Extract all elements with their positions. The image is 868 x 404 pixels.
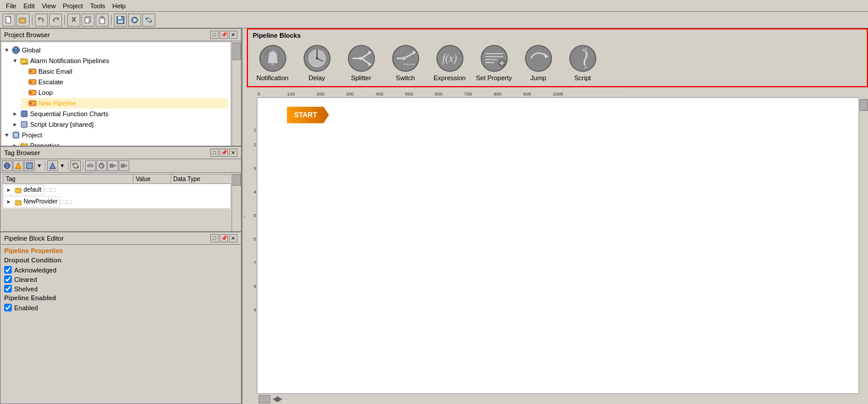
menu-view[interactable]: View — [38, 1, 60, 11]
shelved-label: Shelved — [14, 285, 38, 293]
tree-item-global[interactable]: ▼ Global — [4, 45, 228, 55]
pipeline-blocks-title: Pipeline Blocks — [248, 29, 867, 39]
tag-browser-restore[interactable]: □ — [210, 149, 218, 157]
project-browser-title: Project Browser — [4, 31, 50, 38]
tree-item-script-library[interactable]: ► Script Library [shared] — [12, 119, 228, 130]
script-block[interactable]: Script — [560, 41, 605, 84]
svg-marker-40 — [15, 163, 21, 169]
project-browser-close[interactable]: ✕ — [229, 31, 237, 39]
notification-block[interactable]: Notification — [250, 41, 295, 84]
tree-item-basic-email[interactable]: Basic Email — [21, 66, 228, 77]
svg-rect-7 — [85, 18, 89, 23]
menu-help[interactable]: Help — [109, 1, 129, 11]
svg-point-85 — [570, 45, 596, 71]
pipeline-canvas[interactable]: START — [257, 98, 859, 393]
tag-browser-close[interactable]: ✕ — [229, 149, 237, 157]
canvas-scrollbar-v[interactable] — [859, 98, 868, 393]
left-panel: Project Browser □ 📌 ✕ ▼ Global — [0, 28, 242, 404]
block-editor-restore[interactable]: □ — [210, 234, 218, 242]
script-library-icon — [19, 120, 29, 129]
canvas-scrollbar-h[interactable] — [257, 393, 859, 404]
tree-item-properties[interactable]: ► Properties — [12, 140, 228, 146]
tree-item-loop[interactable]: Loop — [21, 87, 228, 98]
tree-item-alarm-pipelines[interactable]: ▼ 🔔 Alarm Notification Pipelines — [12, 55, 228, 66]
switch-block[interactable]: Switch — [383, 41, 428, 84]
delay-block[interactable]: Delay — [295, 41, 339, 84]
script-label: Script — [574, 74, 590, 81]
svg-marker-88 — [273, 396, 278, 402]
menu-project[interactable]: Project — [59, 1, 86, 11]
save-button[interactable] — [114, 14, 127, 27]
tag-btn-3[interactable] — [24, 160, 35, 171]
tag-btn-tools3[interactable] — [107, 160, 118, 171]
right-panel: Pipeline Blocks Notificati — [247, 28, 868, 404]
tag-row-newprovider[interactable]: ► NewProvider — [4, 196, 133, 208]
enabled-checkbox[interactable] — [4, 304, 12, 311]
set-property-block[interactable]: Set Property — [472, 41, 516, 84]
tag-table: Tag Value Data Type ► default — [3, 174, 230, 208]
splitter-block[interactable]: Splitter — [339, 41, 383, 84]
tag-browser-header: Tag Browser □ 📌 ✕ — [1, 147, 241, 159]
pipeline-enabled-label: Pipeline Enabled — [4, 294, 237, 301]
acknowledged-label: Acknowledged — [14, 267, 57, 274]
tag-btn-tools4[interactable] — [119, 160, 129, 171]
tag-row-default[interactable]: ► default — [4, 184, 133, 196]
paste-button[interactable] — [96, 14, 109, 27]
shelved-checkbox[interactable] — [4, 285, 12, 293]
menu-tools[interactable]: Tools — [87, 1, 109, 11]
svg-point-59 — [316, 57, 318, 60]
tree-item-new-pipeline[interactable]: New Pipeline — [21, 98, 228, 109]
start-block[interactable]: START — [287, 107, 329, 123]
project-browser-restore[interactable]: □ — [210, 31, 218, 39]
acknowledged-checkbox[interactable] — [4, 266, 12, 274]
svg-rect-3 — [19, 18, 22, 19]
delay-label: Delay — [308, 74, 325, 81]
cleared-checkbox[interactable] — [4, 275, 12, 283]
publish-button[interactable] — [128, 14, 141, 27]
undo-button[interactable] — [35, 14, 48, 27]
redo-button[interactable] — [49, 14, 62, 27]
ruler-vertical: 0 1 2 3 4 5 6 7 8 9 — [247, 98, 257, 393]
project-icon — [11, 130, 21, 140]
tag-browser-scrollbar[interactable] — [231, 173, 241, 232]
tag-col-value: Value — [133, 175, 171, 184]
block-editor-close[interactable]: ✕ — [229, 234, 237, 242]
project-browser-pin[interactable]: 📌 — [220, 31, 228, 39]
svg-marker-42 — [50, 163, 56, 169]
update-button[interactable] — [142, 14, 155, 27]
pipeline-icon-new — [28, 98, 37, 108]
svg-point-86 — [584, 48, 588, 51]
jump-block[interactable]: Jump — [516, 41, 560, 84]
resize-handle[interactable]: · · · · · — [242, 28, 247, 404]
tag-browser-pin[interactable]: 📌 — [220, 149, 228, 157]
tag-btn-tools2[interactable] — [96, 160, 107, 171]
splitter-icon — [347, 44, 376, 73]
open-button[interactable] — [17, 14, 30, 27]
tag-btn-4[interactable] — [47, 160, 58, 171]
tag-btn-2[interactable] — [13, 160, 24, 171]
cut-button[interactable] — [67, 14, 80, 27]
tree-item-escalate[interactable]: Escalate — [21, 77, 228, 87]
svg-rect-12 — [118, 21, 123, 23]
new-button[interactable] — [2, 14, 15, 27]
tag-btn-1[interactable] — [2, 160, 12, 171]
svg-rect-30 — [21, 121, 27, 127]
main-toolbar — [0, 12, 868, 28]
tag-btn-refresh[interactable] — [70, 160, 81, 171]
menu-file[interactable]: File — [2, 1, 20, 11]
set-property-icon — [479, 44, 509, 73]
tree-item-project[interactable]: ▼ Project — [4, 130, 228, 140]
svg-rect-32 — [14, 133, 18, 137]
enabled-label: Enabled — [14, 304, 38, 311]
tag-browser-panel: Tag Browser □ 📌 ✕ ▼ — [0, 146, 242, 232]
svg-text:f(x): f(x) — [442, 52, 457, 65]
copy-button[interactable] — [81, 14, 94, 27]
tag-btn-tools1[interactable] — [85, 160, 96, 171]
tree-item-sfc[interactable]: ► Sequential Function Charts — [12, 109, 228, 119]
start-block-label[interactable]: START — [287, 107, 329, 123]
expression-block[interactable]: f(x) Expression — [428, 41, 472, 84]
menu-edit[interactable]: Edit — [20, 1, 38, 11]
block-editor-pin[interactable]: 📌 — [220, 234, 228, 242]
project-browser-scrollbar[interactable] — [231, 41, 241, 146]
svg-rect-34 — [21, 143, 24, 144]
